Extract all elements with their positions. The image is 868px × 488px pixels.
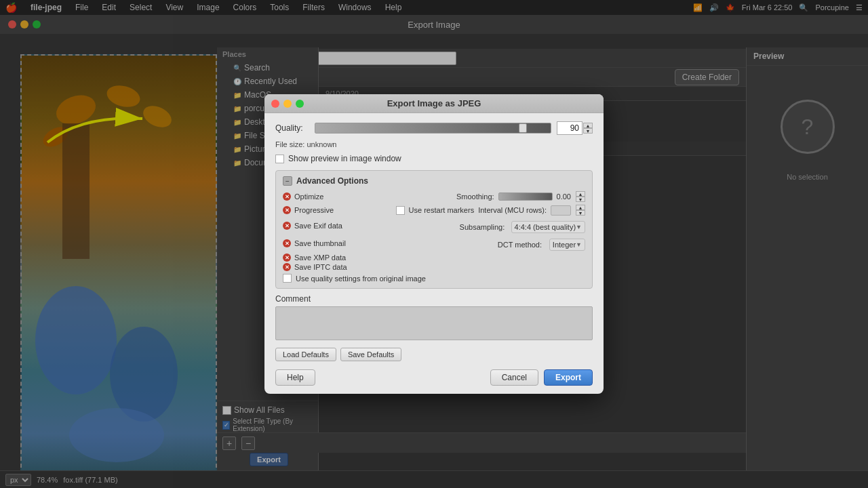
- quality-slider[interactable]: [315, 123, 551, 134]
- quality-value-box: ▲ ▼: [557, 121, 593, 135]
- advanced-options-header[interactable]: − Advanced Options: [283, 176, 585, 186]
- interval-decrement[interactable]: ▼: [576, 210, 585, 216]
- smoothing-slider[interactable]: [498, 192, 553, 201]
- dialog-title: Export Image as JPEG: [387, 98, 481, 108]
- dct-row: DCT method: Integer ▼: [498, 239, 585, 251]
- dialog-buttons: Help Cancel Export: [275, 369, 593, 386]
- save-iptc-toggle[interactable]: ✕: [283, 263, 291, 271]
- quality-slider-container: [315, 123, 551, 134]
- interval-spinner: ▲ ▼: [576, 205, 585, 216]
- smoothing-decrement[interactable]: ▼: [576, 197, 585, 202]
- save-thumbnail-option: ✕ Save thumbnail: [283, 239, 346, 247]
- show-preview-row: Show preview in image window: [275, 154, 593, 163]
- save-iptc-label: Save IPTC data: [294, 263, 347, 271]
- use-quality-label: Use quality settings from original image: [296, 274, 426, 283]
- dialog-cancel-button[interactable]: Cancel: [490, 369, 538, 386]
- save-defaults-button[interactable]: Save Defaults: [340, 348, 401, 361]
- quality-slider-thumb[interactable]: [519, 123, 527, 133]
- dialog-traffic-lights: [271, 100, 304, 108]
- show-preview-label: Show preview in image window: [288, 154, 401, 163]
- quality-label: Quality:: [275, 123, 309, 133]
- quality-spinner: ▲ ▼: [583, 123, 593, 134]
- smoothing-value: 0.00: [557, 192, 571, 201]
- smoothing-label: Smoothing:: [456, 192, 494, 201]
- smoothing-right: Smoothing: 0.00 ▲ ▼: [456, 191, 585, 202]
- dct-chevron-icon: ▼: [576, 241, 582, 248]
- save-xmp-toggle[interactable]: ✕: [283, 253, 291, 262]
- optimize-toggle[interactable]: ✕: [283, 192, 291, 201]
- dct-label: DCT method:: [498, 241, 545, 249]
- use-quality-row: Use quality settings from original image: [283, 274, 585, 283]
- quality-input[interactable]: [557, 121, 583, 135]
- defaults-row: Load Defaults Save Defaults: [275, 348, 593, 361]
- dct-value: Integer: [553, 241, 576, 249]
- subsampling-value: 4:4:4 (best quality): [515, 223, 576, 231]
- optimize-option: ✕ Optimize: [283, 192, 323, 201]
- subsampling-dropdown[interactable]: 4:4:4 (best quality) ▼: [511, 221, 585, 233]
- export-jpeg-dialog: Export Image as JPEG Quality: ▲ ▼: [264, 94, 604, 394]
- smoothing-increment[interactable]: ▲: [576, 191, 585, 197]
- save-exif-toggle[interactable]: ✕: [283, 222, 291, 230]
- save-exif-option: ✕ Save Exif data: [283, 222, 342, 230]
- quality-decrement[interactable]: ▼: [583, 128, 593, 134]
- comment-section: Comment: [275, 294, 593, 342]
- progressive-label: Progressive: [294, 206, 334, 214]
- interval-label: Interval (MCU rows):: [478, 206, 547, 214]
- dialog-body: Quality: ▲ ▼ File size: unknown: [264, 113, 604, 394]
- progressive-option: ✕ Progressive: [283, 206, 334, 214]
- dialog-max-button[interactable]: [296, 100, 304, 108]
- load-defaults-button[interactable]: Load Defaults: [275, 348, 336, 361]
- smoothing-spinner: ▲ ▼: [576, 191, 585, 202]
- interval-increment[interactable]: ▲: [576, 205, 585, 210]
- subsampling-chevron-icon: ▼: [576, 224, 582, 230]
- filesize-label: File size: unknown: [275, 140, 337, 148]
- progressive-toggle[interactable]: ✕: [283, 206, 291, 214]
- subsampling-label: Subsampling:: [460, 223, 507, 231]
- use-restart-label: Use restart markers: [409, 206, 475, 214]
- save-thumbnail-label: Save thumbnail: [294, 239, 346, 247]
- dialog-min-button[interactable]: [283, 100, 292, 108]
- quality-increment[interactable]: ▲: [583, 123, 593, 128]
- advanced-options-title: Advanced Options: [296, 176, 368, 186]
- quality-row: Quality: ▲ ▼: [275, 121, 593, 135]
- restart-row: Use restart markers Interval (MCU rows):…: [396, 205, 585, 216]
- use-restart-checkbox[interactable]: [396, 206, 405, 215]
- advanced-options-section: − Advanced Options ✕ Optimize Smoothing:…: [275, 170, 593, 289]
- advanced-toggle-icon[interactable]: −: [283, 176, 292, 186]
- dct-dropdown[interactable]: Integer ▼: [549, 239, 585, 251]
- save-iptc-option: ✕ Save IPTC data: [283, 263, 585, 271]
- save-exif-label: Save Exif data: [294, 222, 342, 230]
- dialog-help-button[interactable]: Help: [275, 369, 315, 386]
- optimize-label: Optimize: [294, 192, 323, 201]
- save-xmp-option: ✕ Save XMP data: [283, 253, 585, 262]
- dialog-export-button[interactable]: Export: [544, 369, 593, 386]
- show-preview-checkbox[interactable]: [275, 155, 284, 163]
- dialog-close-button[interactable]: [271, 100, 279, 108]
- dialog-overlay: Export Image as JPEG Quality: ▲ ▼: [0, 0, 868, 488]
- subsampling-row: Subsampling: 4:4:4 (best quality) ▼: [460, 221, 585, 233]
- dialog-titlebar: Export Image as JPEG: [264, 94, 604, 113]
- interval-input[interactable]: [551, 205, 571, 216]
- use-quality-checkbox[interactable]: [283, 274, 292, 283]
- save-thumbnail-toggle[interactable]: ✕: [283, 239, 291, 247]
- comment-textarea[interactable]: [275, 306, 593, 340]
- comment-label: Comment: [275, 294, 593, 304]
- save-xmp-label: Save XMP data: [294, 253, 346, 262]
- filesize-row: File size: unknown: [275, 140, 593, 148]
